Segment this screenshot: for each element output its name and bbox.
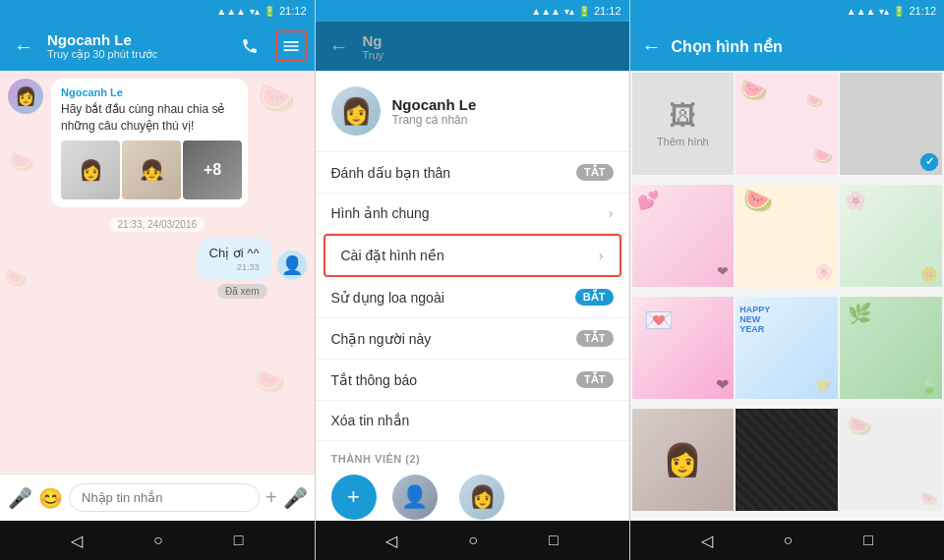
contact-info-2: Ng Truy (363, 32, 621, 61)
menu-item-5[interactable]: Xóa tin nhắn (316, 401, 629, 441)
wallpaper-green-leaf[interactable]: 🌿 🍃 (840, 297, 942, 399)
wallpaper-pink-hearts[interactable]: 💕 ❤ (632, 185, 735, 287)
photo-1: 👩 (61, 140, 120, 199)
call-button[interactable] (234, 30, 266, 62)
wallpaper-title: Chọn hình nền (672, 37, 783, 56)
time-display-1: 21:12 (279, 5, 307, 17)
nav-back-2[interactable]: ◁ (385, 532, 397, 550)
toggle-0[interactable]: TẮT (576, 164, 613, 181)
menu-item-2[interactable]: Sử dụng loa ngoài BẮT (316, 277, 629, 318)
member-toi[interactable]: 👤 Tôi (392, 475, 438, 521)
profile-name: Ngocanh Le (392, 96, 477, 113)
time-display-2: 21:12 (594, 5, 621, 17)
nav-home-1[interactable]: ○ (153, 532, 163, 549)
member-photo-toi: 👤 (392, 475, 438, 520)
contact-name-2: Ng (363, 32, 621, 49)
toggle-3[interactable]: BẮT (575, 289, 614, 306)
nav-back-1[interactable]: ◁ (71, 532, 83, 550)
selected-check: ✓ (920, 153, 938, 171)
members-title: THÀNH VIÊN (2) (331, 453, 614, 465)
message-timestamp: 21:33, 24/03/2016 (109, 217, 205, 232)
add-icon[interactable]: + (266, 486, 277, 509)
member-ngocanh[interactable]: 👩 Ngocanh Le (453, 475, 511, 521)
wallpaper-wm-cute[interactable]: 🍉 🌸 (736, 185, 838, 287)
nav-back-3[interactable]: ◁ (701, 532, 713, 550)
menu-app-bar: ← Ng Truy (316, 22, 629, 71)
battery-icon-2: 🔋 (578, 6, 590, 17)
signal-icon-3: ▲▲▲ (847, 6, 876, 17)
chat-panel: ▲▲▲ ▾▴ 🔋 21:12 ← Ngocanh Le Truy cập 30 … (0, 0, 316, 560)
toggle-5[interactable]: TẮT (576, 371, 613, 388)
nav-home-3[interactable]: ○ (784, 532, 794, 549)
back-button-2[interactable]: ← (324, 30, 355, 62)
battery-icon-3: 🔋 (893, 6, 905, 17)
menu-item-1[interactable]: Hình ảnh chung › (316, 194, 629, 234)
member-add-item[interactable]: + Thêm (331, 475, 377, 521)
member-add-btn[interactable]: + (331, 475, 377, 520)
back-button-3[interactable]: ← (642, 35, 662, 58)
mic-left-icon[interactable]: 🎤 (8, 486, 32, 510)
menu-label-0: Đánh dấu bạn thân (331, 165, 451, 181)
leaf-1: 🌿 (848, 302, 872, 325)
signal-icon: ▲▲▲ (216, 6, 246, 17)
profile-subtitle: Trang cá nhân (392, 113, 477, 127)
sender-avatar-1: 👩 (8, 79, 43, 114)
menu-label-1: Hình ảnh chung (331, 205, 430, 221)
menu-item-3[interactable]: Chặn người này TẮT (316, 318, 629, 360)
love-heart: ❤ (716, 375, 729, 394)
wallpaper-happy-new[interactable]: HAPPYNEWYEAR ⭐ (736, 297, 838, 399)
status-bar-1: ▲▲▲ ▾▴ 🔋 21:12 (0, 0, 315, 22)
menu-button[interactable] (275, 30, 307, 62)
wallpaper-green-flowers[interactable]: 🌸 🌼 (840, 185, 942, 287)
wallpaper-dark[interactable] (736, 409, 838, 511)
outgoing-message: Chị ơi ^^ 21:33 👤 (8, 238, 307, 280)
photo-2: 👧 (122, 140, 181, 199)
wifi-icon-3: ▾▴ (879, 6, 889, 17)
menu-item-0[interactable]: Đánh dấu bạn thân TẮT (316, 152, 629, 194)
gray-wm-1: 🍉 (848, 414, 872, 437)
emoji-icon[interactable]: 😊 (38, 486, 63, 510)
member-photo-ngocanh: 👩 (459, 475, 504, 520)
chat-background: 🍉 🍉 🍉 🍉 👩 Ngocanh Le Hãy bắt đầu cùng nh… (0, 71, 315, 474)
wallpaper-grid: 🖼 Thêm hình 🍉 🍉 🍉 ✓ 💕 ❤ 🍉 🌸 🌸 🌼 (630, 71, 945, 521)
nav-home-2[interactable]: ○ (468, 532, 478, 549)
cute-wm: 🍉 (743, 187, 773, 214)
nav-bar-1: ◁ ○ □ (0, 521, 315, 560)
profile-avatar: 👩 (331, 86, 381, 136)
time-display-3: 21:12 (909, 5, 936, 17)
menu-right-5: TẮT (576, 371, 613, 388)
wallpaper-pink-wm[interactable]: 🍉 🍉 🍉 (736, 73, 838, 175)
menu-right-3: BẮT (575, 289, 614, 306)
nav-recent-1[interactable]: □ (234, 532, 244, 549)
profile-info: Ngocanh Le Trang cá nhân (392, 96, 477, 127)
back-button-1[interactable]: ← (8, 30, 39, 62)
wallpaper-person[interactable]: 👩 (632, 409, 735, 511)
chat-app-bar: ← Ngocanh Le Truy cập 30 phút trước (0, 22, 315, 71)
nav-recent-2[interactable]: □ (549, 532, 559, 549)
wallpaper-gray-wm2[interactable]: 🍉 🍉 (840, 409, 942, 511)
chevron-2: › (599, 248, 604, 263)
leaf-2: 🍃 (920, 378, 937, 394)
outgoing-time: 21:33 (209, 262, 260, 272)
menu-item-wallpaper[interactable]: Cài đặt hình nền › (324, 234, 621, 277)
chevron-1: › (609, 205, 614, 221)
wallpaper-panel: ▲▲▲ ▾▴ 🔋 21:12 ← Chọn hình nền 🖼 Thêm hì… (630, 0, 945, 560)
wallpaper-selected[interactable]: ✓ (840, 73, 942, 175)
toggle-4[interactable]: TẮT (576, 330, 613, 347)
wifi-icon-2: ▾▴ (564, 6, 574, 17)
menu-panel: ▲▲▲ ▾▴ 🔋 21:12 ← Ng Truy 👩 Ngocanh Le Tr… (316, 0, 630, 560)
decor-wm-2: 🍉 (10, 149, 34, 173)
menu-right-1: › (609, 205, 614, 221)
nav-recent-3[interactable]: □ (863, 532, 873, 549)
contact-name-1: Ngocanh Le (47, 31, 226, 48)
cute-wm-2: 🌸 (814, 262, 834, 281)
mic-right-icon[interactable]: 🎤 (283, 486, 308, 510)
message-input[interactable] (69, 483, 260, 512)
wallpaper-add-cell[interactable]: 🖼 Thêm hình (632, 73, 735, 175)
menu-item-4[interactable]: Tắt thông báo TẮT (316, 360, 629, 401)
wifi-icon: ▾▴ (250, 6, 260, 17)
seen-indicator: Đã xem (217, 284, 266, 299)
wallpaper-love-letter[interactable]: 💌 ❤ (632, 297, 735, 399)
menu-right-0: TẮT (576, 164, 613, 181)
star-icon: ⭐ (813, 375, 833, 394)
